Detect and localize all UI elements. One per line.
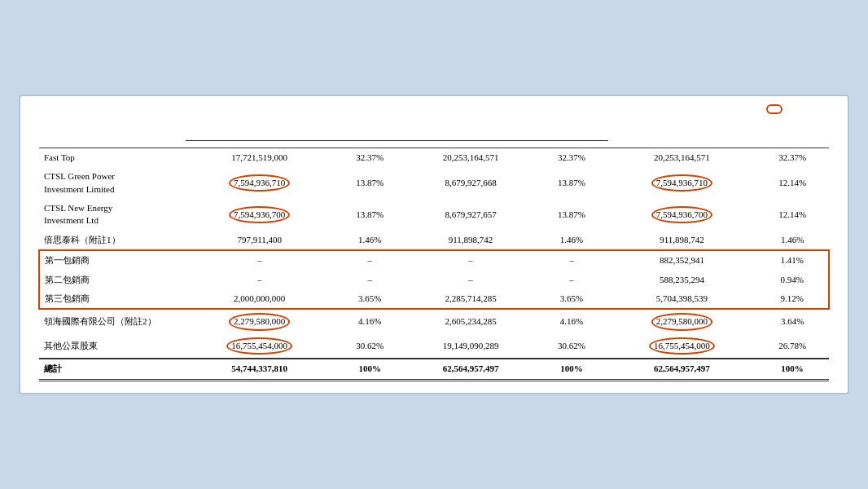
- entity-name: CTSL New EnergyInvestment Ltd: [39, 199, 186, 231]
- table-body: Fast Top17,721,519,00032.37%20,253,164,5…: [39, 148, 829, 359]
- total-g3-shares: 62,564,957,497: [608, 359, 756, 380]
- g1-shares: 2,279,580,000: [186, 309, 333, 333]
- g1-pct: 1.46%: [333, 231, 406, 250]
- g1-shares: 2,000,000,000: [186, 289, 333, 309]
- entity-name: 第二包銷商: [39, 271, 186, 289]
- table-row: 第二包銷商––––588,235,2940.94%: [39, 271, 829, 289]
- g3-pct: 26.78%: [756, 334, 829, 359]
- g3-pct: 0.94%: [756, 271, 829, 289]
- g3-shares: 16,755,454,000: [608, 334, 756, 359]
- g3-pct: 3.64%: [756, 309, 829, 333]
- g2-pct: 30.62%: [535, 334, 608, 359]
- g2-shares: 8,679,927,668: [406, 167, 535, 199]
- table-footer: 總計 54,744,337,810 100% 62,564,957,497 10…: [39, 359, 829, 380]
- entity-name: 其他公眾股東: [39, 334, 186, 359]
- g1-shares: –: [186, 250, 333, 270]
- g3-shares: 7,594,936,710: [608, 167, 756, 199]
- table-row: 其他公眾股東16,755,454,00030.62%19,149,090,289…: [39, 334, 829, 359]
- g2-pct: 32.37%: [535, 148, 608, 167]
- g1-shares: 17,721,519,000: [186, 148, 333, 167]
- table-row: CTSL New EnergyInvestment Ltd7,594,936,7…: [39, 199, 829, 231]
- g3-pct-header: [756, 140, 829, 148]
- g1-pct: 4.16%: [333, 309, 406, 333]
- entity-name: CTSL Green PowerInvestment Limited: [39, 167, 186, 199]
- g2-pct-header: [535, 140, 608, 148]
- group1-header: [186, 111, 406, 140]
- g3-shares: 5,704,398,539: [608, 289, 756, 309]
- g1-pct: 13.87%: [333, 167, 406, 199]
- table-row: 第三包銷商2,000,000,0003.65%2,285,714,2853.65…: [39, 289, 829, 309]
- group2-header: [406, 111, 608, 140]
- total-g1-shares: 54,744,337,810: [186, 359, 333, 380]
- g3-shares: 911,898,742: [608, 231, 756, 250]
- total-g3-pct: 100%: [756, 359, 829, 380]
- g2-shares: 19,149,090,289: [406, 334, 535, 359]
- g2-pct: 1.46%: [535, 231, 608, 250]
- entity-name: 第一包銷商: [39, 250, 186, 270]
- entity-name: 領海國際有限公司（附註2）: [39, 309, 186, 333]
- sub-header-row: [39, 140, 829, 148]
- g2-pct: –: [535, 250, 608, 270]
- total-label: 總計: [39, 359, 186, 380]
- g1-pct: 32.37%: [333, 148, 406, 167]
- g3-pct: 32.37%: [756, 148, 829, 167]
- g2-shares-header: [406, 140, 535, 148]
- entity-name: 倍思泰科（附註1）: [39, 231, 186, 250]
- g1-shares: 7,594,936,700: [186, 199, 333, 231]
- g1-shares: 797,911,400: [186, 231, 333, 250]
- g2-shares: 2,285,714,285: [406, 289, 535, 309]
- g1-pct: 13.87%: [333, 199, 406, 231]
- g1-pct: –: [333, 250, 406, 270]
- table-row: Fast Top17,721,519,00032.37%20,253,164,5…: [39, 148, 829, 167]
- g2-shares: 8,679,927,657: [406, 199, 535, 231]
- g3-shares: 20,253,164,571: [608, 148, 756, 167]
- group3-header: [608, 111, 829, 140]
- total-g2-shares: 62,564,957,497: [406, 359, 535, 380]
- table-row: 倍思泰科（附註1）797,911,4001.46%911,898,7421.46…: [39, 231, 829, 250]
- g2-pct: 13.87%: [535, 167, 608, 199]
- main-table: Fast Top17,721,519,00032.37%20,253,164,5…: [38, 111, 830, 381]
- main-card: Fast Top17,721,519,00032.37%20,253,164,5…: [19, 95, 849, 394]
- g1-shares: 7,594,936,710: [186, 167, 333, 199]
- g3-pct: 12.14%: [756, 199, 829, 231]
- g2-shares: 2,605,234,285: [406, 309, 535, 333]
- entity-col-header: [39, 111, 186, 140]
- total-row: 總計 54,744,337,810 100% 62,564,957,497 10…: [39, 359, 829, 380]
- g2-pct: 4.16%: [535, 309, 608, 333]
- g3-pct: 12.14%: [756, 167, 829, 199]
- entity-name: Fast Top: [39, 148, 186, 167]
- col-header-row: [39, 111, 829, 140]
- table-row: CTSL Green PowerInvestment Limited7,594,…: [39, 167, 829, 199]
- g1-pct: 30.62%: [333, 334, 406, 359]
- g2-shares: –: [406, 250, 535, 270]
- g3-shares: 882,352,941: [608, 250, 756, 270]
- g2-pct: 3.65%: [535, 289, 608, 309]
- g1-pct: 3.65%: [333, 289, 406, 309]
- g3-pct: 9.12%: [756, 289, 829, 309]
- entity-subheader: [39, 140, 186, 148]
- g2-shares: 911,898,742: [406, 231, 535, 250]
- g1-pct: –: [333, 271, 406, 289]
- g3-shares: 7,594,936,700: [608, 199, 756, 231]
- total-g1-pct: 100%: [333, 359, 406, 380]
- g1-shares: 16,755,454,000: [186, 334, 333, 359]
- g2-shares: 20,253,164,571: [406, 148, 535, 167]
- g3-shares: 2,279,580,000: [608, 309, 756, 333]
- g1-shares-header: [186, 140, 333, 148]
- g2-shares: –: [406, 271, 535, 289]
- g1-pct-header: [333, 140, 406, 148]
- g3-shares-header: [608, 140, 756, 148]
- g3-pct: 1.41%: [756, 250, 829, 270]
- g1-shares: –: [186, 271, 333, 289]
- total-g2-pct: 100%: [535, 359, 608, 380]
- g3-shares: 588,235,294: [608, 271, 756, 289]
- table-row: 第一包銷商––––882,352,9411.41%: [39, 250, 829, 270]
- table-row: 領海國際有限公司（附註2）2,279,580,0004.16%2,605,234…: [39, 309, 829, 333]
- entity-name: 第三包銷商: [39, 289, 186, 309]
- g3-pct: 1.46%: [756, 231, 829, 250]
- g2-pct: 13.87%: [535, 199, 608, 231]
- g2-pct: –: [535, 271, 608, 289]
